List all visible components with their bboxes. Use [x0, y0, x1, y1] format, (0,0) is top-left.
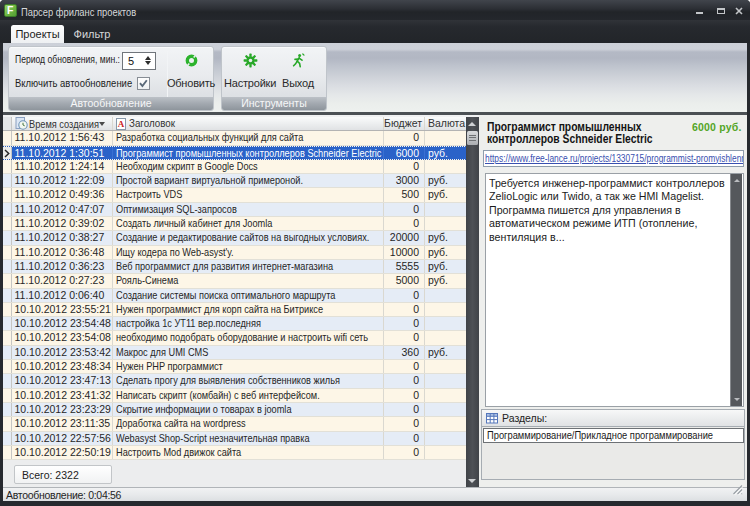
- svg-text:A: A: [118, 119, 125, 129]
